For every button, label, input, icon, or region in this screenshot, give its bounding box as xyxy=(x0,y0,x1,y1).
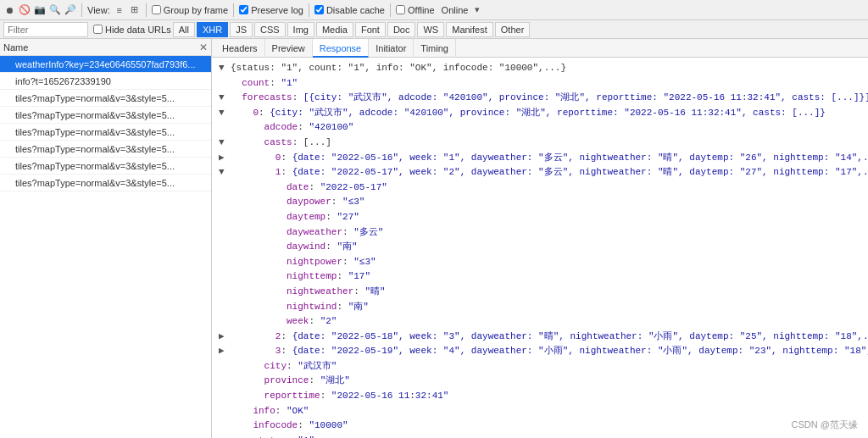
request-name: weatherInfo?key=234e06465507fad793f6... xyxy=(15,59,196,69)
json-line: ▶ 0: {date: "2022-05-16", week: "1", day… xyxy=(219,151,861,166)
tab-headers[interactable]: Headers xyxy=(215,39,265,58)
offline-checkbox[interactable] xyxy=(396,5,405,14)
list-view-icon[interactable]: ≡ xyxy=(114,4,125,16)
right-panel: HeadersPreviewResponseInitiatorTiming ▼{… xyxy=(212,39,868,438)
json-indent xyxy=(231,91,242,106)
json-line: ▼ 0: {city: "武汉市", adcode: "420100", pro… xyxy=(219,106,861,121)
group-by-frame-group[interactable]: Group by frame xyxy=(152,5,228,15)
json-indent xyxy=(231,151,275,166)
json-content: nightweather: "晴" xyxy=(287,285,386,300)
json-indent xyxy=(231,330,275,345)
json-toggle[interactable]: ▼ xyxy=(219,136,229,151)
filter-xhr-btn[interactable]: XHR xyxy=(197,22,228,37)
json-toggle[interactable]: ▼ xyxy=(219,91,229,106)
filter-icon[interactable]: 🔍 xyxy=(49,4,61,16)
hide-data-urls-checkbox[interactable] xyxy=(93,25,103,34)
hide-data-urls-label: Hide data URLs xyxy=(105,25,171,35)
filter-js-btn[interactable]: JS xyxy=(230,22,253,37)
close-panel-btn[interactable]: ✕ xyxy=(199,42,208,53)
json-toggle xyxy=(219,359,229,374)
filter-doc-btn[interactable]: Doc xyxy=(387,22,416,37)
request-list: weatherInfo?key=234e06465507fad793f6...i… xyxy=(0,56,211,438)
json-toggle[interactable]: ▼ xyxy=(219,61,229,76)
request-item[interactable]: tiles?mapType=normal&v=3&style=5... xyxy=(0,90,211,107)
filter-input[interactable] xyxy=(3,22,88,37)
hide-data-urls-group[interactable]: Hide data URLs xyxy=(93,25,171,35)
json-indent xyxy=(231,106,253,121)
preserve-log-group[interactable]: Preserve log xyxy=(239,5,303,15)
grid-view-icon[interactable]: ⊞ xyxy=(129,4,141,16)
filter-ws-btn[interactable]: WS xyxy=(417,22,444,37)
json-line: infocode: "10000" xyxy=(219,419,861,434)
json-indent xyxy=(231,314,287,330)
request-item[interactable]: tiles?mapType=normal&v=3&style=5... xyxy=(0,107,211,124)
json-toggle[interactable]: ▼ xyxy=(219,106,229,121)
json-indent xyxy=(231,120,264,136)
filter-css-btn[interactable]: CSS xyxy=(254,22,286,37)
filter-manifest-btn[interactable]: Manifest xyxy=(446,22,493,37)
disable-cache-group[interactable]: Disable cache xyxy=(314,5,385,15)
json-line: province: "湖北" xyxy=(219,374,861,389)
json-toggle[interactable]: ▶ xyxy=(219,344,229,359)
json-line: dayweather: "多云" xyxy=(219,225,861,241)
filter-font-btn[interactable]: Font xyxy=(355,22,386,37)
response-content: ▼{status: "1", count: "1", info: "OK", i… xyxy=(212,58,868,438)
filter-media-btn[interactable]: Media xyxy=(316,22,353,37)
detail-tabs: HeadersPreviewResponseInitiatorTiming xyxy=(212,39,868,58)
preserve-log-checkbox[interactable] xyxy=(239,5,248,14)
tab-initiator[interactable]: Initiator xyxy=(369,39,414,58)
json-line: nightpower: "≤3" xyxy=(219,255,861,270)
json-content: nighttemp: "17" xyxy=(287,269,370,285)
json-content: 2: {date: "2022-05-18", week: "3", daywe… xyxy=(275,330,868,345)
json-content: casts: [...] xyxy=(264,136,331,151)
filter-all-btn[interactable]: All xyxy=(173,22,195,37)
record-icon[interactable]: ⏺ xyxy=(3,4,15,16)
json-toggle[interactable]: ▶ xyxy=(219,330,229,345)
json-content: nightpower: "≤3" xyxy=(287,255,376,270)
request-item[interactable]: weatherInfo?key=234e06465507fad793f6... xyxy=(0,56,211,73)
search-icon[interactable]: 🔎 xyxy=(64,4,76,16)
json-line: count: "1" xyxy=(219,76,861,91)
json-toggle[interactable]: ▼ xyxy=(219,165,229,180)
json-toggle xyxy=(219,210,229,225)
json-toggle xyxy=(219,300,229,315)
request-name: tiles?mapType=normal&v=3&style=5... xyxy=(15,178,175,188)
request-item[interactable]: tiles?mapType=normal&v=3&style=5... xyxy=(0,175,211,191)
preserve-log-label: Preserve log xyxy=(251,5,303,15)
tab-response[interactable]: Response xyxy=(313,39,370,58)
tab-preview[interactable]: Preview xyxy=(265,39,313,58)
request-item[interactable]: info?t=1652672339190 xyxy=(0,73,211,90)
json-line: daypower: "≤3" xyxy=(219,195,861,210)
request-item[interactable]: tiles?mapType=normal&v=3&style=5... xyxy=(0,158,211,175)
clear-icon[interactable]: 🚫 xyxy=(19,4,31,16)
filter-other-btn[interactable]: Other xyxy=(495,22,531,37)
toolbar-separator-2 xyxy=(146,3,147,17)
network-dropdown-icon[interactable]: ▾ xyxy=(471,4,483,16)
json-content: daytemp: "27" xyxy=(287,210,359,225)
json-indent xyxy=(231,419,253,434)
left-panel: Name ✕ weatherInfo?key=234e06465507fad79… xyxy=(0,39,212,438)
json-content: infocode: "10000" xyxy=(253,419,348,434)
camera-icon[interactable]: 📷 xyxy=(34,4,46,16)
json-content: 3: {date: "2022-05-19", week: "4", daywe… xyxy=(275,344,868,359)
json-indent xyxy=(231,136,264,151)
json-indent xyxy=(231,225,287,241)
json-toggle xyxy=(219,389,229,404)
filter-img-btn[interactable]: Img xyxy=(287,22,314,37)
offline-group[interactable]: Offline xyxy=(396,5,435,15)
request-item[interactable]: tiles?mapType=normal&v=3&style=5... xyxy=(0,124,211,141)
json-toggle[interactable]: ▶ xyxy=(219,151,229,166)
json-indent xyxy=(231,300,287,315)
json-toggle xyxy=(219,240,229,255)
json-indent xyxy=(231,240,287,255)
group-by-frame-checkbox[interactable] xyxy=(152,5,161,14)
request-item[interactable]: tiles?mapType=normal&v=3&style=5... xyxy=(0,141,211,158)
request-name: tiles?mapType=normal&v=3&style=5... xyxy=(15,161,175,171)
json-indent xyxy=(231,374,264,389)
disable-cache-checkbox[interactable] xyxy=(314,5,324,14)
main-container: Name ✕ weatherInfo?key=234e06465507fad79… xyxy=(0,39,868,438)
json-line: reporttime: "2022-05-16 11:32:41" xyxy=(219,389,861,404)
json-toggle xyxy=(219,314,229,330)
json-toggle xyxy=(219,419,229,434)
tab-timing[interactable]: Timing xyxy=(414,39,456,58)
